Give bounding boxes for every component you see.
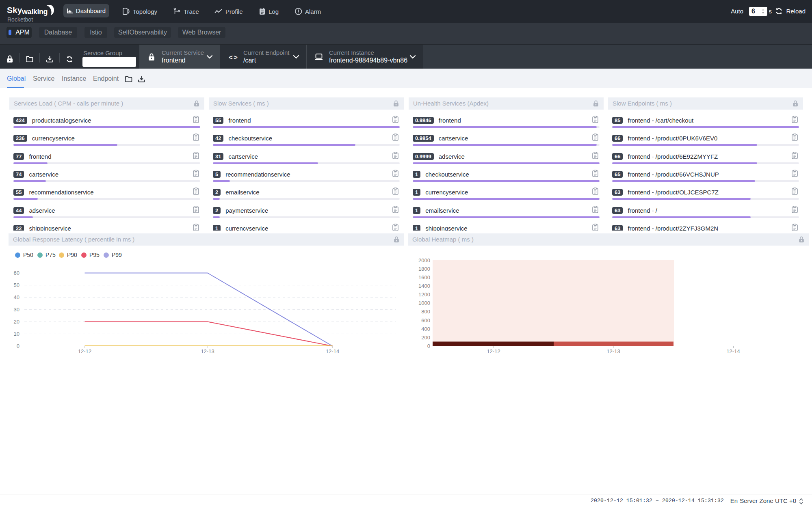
svg-text:12-14: 12-14 <box>326 348 339 354</box>
svg-text:12-12: 12-12 <box>487 348 500 354</box>
svg-text:12-12: 12-12 <box>78 348 91 354</box>
svg-text:12-13: 12-13 <box>201 348 214 354</box>
svg-text:12-13: 12-13 <box>606 348 620 354</box>
svg-text:0: 0 <box>427 343 430 349</box>
svg-text:10: 10 <box>14 331 19 337</box>
svg-text:200: 200 <box>421 334 430 341</box>
svg-text:20: 20 <box>14 319 19 325</box>
svg-text:1400: 1400 <box>418 283 430 289</box>
svg-text:1600: 1600 <box>418 274 430 280</box>
svg-text:2000: 2000 <box>418 257 430 263</box>
svg-text:400: 400 <box>421 326 430 332</box>
svg-text:12-14: 12-14 <box>726 348 740 354</box>
svg-text:800: 800 <box>421 309 430 315</box>
svg-text:0: 0 <box>17 343 19 349</box>
svg-text:60: 60 <box>14 270 19 276</box>
svg-text:600: 600 <box>421 317 430 324</box>
svg-text:1200: 1200 <box>418 291 430 298</box>
svg-text:30: 30 <box>14 306 19 313</box>
svg-text:1800: 1800 <box>418 266 430 272</box>
svg-text:40: 40 <box>14 294 19 300</box>
svg-text:50: 50 <box>14 282 19 288</box>
svg-text:1000: 1000 <box>418 300 430 306</box>
